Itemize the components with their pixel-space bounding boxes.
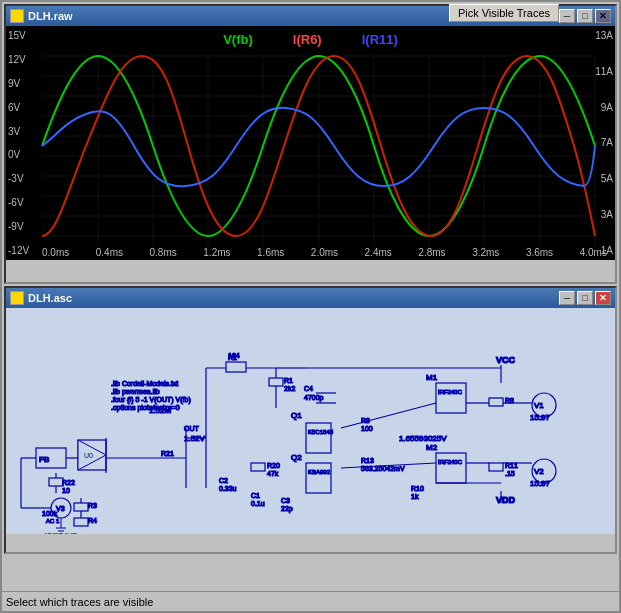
trace-ir6 bbox=[42, 56, 595, 236]
x-axis-labels: 0.0ms 0.4ms 0.8ms 1.2ms 1.6ms 2.0ms 2.4m… bbox=[6, 247, 615, 258]
svg-text:R1: R1 bbox=[284, 377, 293, 384]
svg-rect-39 bbox=[226, 362, 246, 372]
svg-text:100: 100 bbox=[361, 425, 373, 432]
trace-labels: V(fb) I(R6) I(R11) bbox=[223, 32, 398, 47]
svg-rect-56 bbox=[251, 463, 265, 471]
schematic-area[interactable]: FB U0 R22 10 V3 AC 1 R3 bbox=[6, 308, 615, 534]
svg-text:.15: .15 bbox=[505, 470, 515, 477]
svg-text:4700p: 4700p bbox=[304, 394, 324, 402]
svg-rect-70 bbox=[436, 453, 466, 483]
status-bar: Select which traces are visible bbox=[2, 591, 619, 611]
svg-text:M2: M2 bbox=[426, 443, 438, 452]
trace-label-vfb: V(fb) bbox=[223, 32, 253, 47]
trace-vfb bbox=[42, 56, 595, 236]
svg-rect-77 bbox=[489, 398, 503, 406]
svg-rect-34 bbox=[74, 518, 88, 526]
svg-text:47k: 47k bbox=[267, 470, 279, 477]
schematic-minimize-button[interactable]: ─ bbox=[559, 291, 575, 305]
svg-text:15.97: 15.97 bbox=[530, 413, 551, 422]
svg-text:15.97: 15.97 bbox=[530, 479, 551, 488]
trace-label-ir6: I(R6) bbox=[293, 32, 322, 47]
schematic-title-bar: DLH.asc ─ □ ✕ bbox=[6, 288, 615, 308]
svg-text:.lib pwermea.lib: .lib pwermea.lib bbox=[111, 388, 160, 396]
svg-rect-67 bbox=[436, 383, 466, 413]
svg-text:K5C1845: K5C1845 bbox=[308, 429, 334, 435]
pick-traces-button[interactable]: Pick Visible Traces bbox=[449, 4, 559, 22]
schematic-svg: FB U0 R22 10 V3 AC 1 R3 bbox=[6, 308, 615, 534]
schematic-close-button[interactable]: ✕ bbox=[595, 291, 611, 305]
svg-text:V3: V3 bbox=[56, 505, 65, 512]
svg-text:100k: 100k bbox=[42, 510, 58, 517]
svg-text:C1: C1 bbox=[251, 492, 260, 499]
svg-text:M1: M1 bbox=[426, 373, 438, 382]
svg-text:.four {f} 5 -1 V(OUT) V(fb): .four {f} 5 -1 V(OUT) V(fb) bbox=[111, 396, 191, 404]
svg-text:0.33u: 0.33u bbox=[219, 485, 237, 492]
trace-ir11 bbox=[42, 108, 595, 186]
svg-text:C4: C4 bbox=[304, 385, 313, 392]
svg-text:22p: 22p bbox=[281, 505, 293, 513]
svg-text:2k2: 2k2 bbox=[284, 385, 295, 392]
schematic-maximize-button[interactable]: □ bbox=[577, 291, 593, 305]
svg-text:0.1u: 0.1u bbox=[251, 500, 265, 507]
svg-rect-25 bbox=[49, 478, 63, 486]
svg-text:R22: R22 bbox=[62, 479, 75, 486]
plot-minimize-button[interactable]: ─ bbox=[559, 9, 575, 23]
svg-text:R4: R4 bbox=[88, 517, 97, 524]
svg-text:V2: V2 bbox=[534, 467, 544, 476]
svg-text:.lib Cordell-Models.txt: .lib Cordell-Models.txt bbox=[111, 380, 178, 387]
svg-text:R20: R20 bbox=[267, 462, 280, 469]
plot-area[interactable]: V(fb) I(R6) I(R11) 15V 12V 9V 6V 3V 0V -… bbox=[6, 26, 615, 260]
status-text: Select which traces are visible bbox=[6, 596, 153, 608]
svg-text:R21: R21 bbox=[161, 450, 174, 457]
schematic-window: DLH.asc ─ □ ✕ FB U0 bbox=[4, 286, 617, 554]
svg-text:1.52M: 1.52M bbox=[149, 406, 172, 415]
svg-text:C2: C2 bbox=[219, 477, 228, 484]
svg-text:Q1: Q1 bbox=[291, 411, 302, 420]
svg-line-103 bbox=[341, 403, 436, 428]
svg-text:R10: R10 bbox=[411, 485, 424, 492]
plot-window: DLH.raw ─ □ ✕ V(fb) I(R6) I(R11) 15V 12V… bbox=[4, 4, 617, 284]
svg-text:VDD: VDD bbox=[496, 495, 516, 505]
svg-text:R13: R13 bbox=[361, 457, 374, 464]
svg-text:U0: U0 bbox=[84, 452, 93, 459]
schematic-title: DLH.asc bbox=[10, 291, 72, 305]
svg-text:C3: C3 bbox=[281, 497, 290, 504]
svg-text:Q2: Q2 bbox=[291, 453, 302, 462]
trace-label-ir11: I(R11) bbox=[362, 32, 398, 47]
svg-rect-79 bbox=[489, 463, 503, 471]
svg-text:164: 164 bbox=[228, 352, 240, 359]
svg-rect-43 bbox=[269, 378, 283, 386]
svg-text:R3: R3 bbox=[88, 502, 97, 509]
waveform-svg bbox=[6, 46, 615, 256]
svg-text:IRF240C: IRF240C bbox=[438, 389, 463, 395]
svg-rect-53 bbox=[306, 463, 331, 493]
plot-window-buttons: ─ □ ✕ bbox=[559, 9, 611, 23]
svg-text:IRF240C: IRF240C bbox=[438, 459, 463, 465]
plot-icon bbox=[10, 9, 24, 23]
schematic-window-buttons: ─ □ ✕ bbox=[559, 291, 611, 305]
svg-text:VCC: VCC bbox=[496, 355, 516, 365]
svg-text:FB: FB bbox=[39, 455, 49, 464]
plot-close-button[interactable]: ✕ bbox=[595, 9, 611, 23]
schematic-icon bbox=[10, 291, 24, 305]
svg-text:V1: V1 bbox=[534, 401, 544, 410]
svg-rect-50 bbox=[306, 423, 331, 453]
plot-maximize-button[interactable]: □ bbox=[577, 9, 593, 23]
main-window: Pick Visible Traces DLH.raw ─ □ ✕ V(fb) … bbox=[0, 0, 621, 613]
svg-text:10: 10 bbox=[62, 487, 70, 494]
svg-text:AC 1: AC 1 bbox=[46, 518, 60, 524]
plot-title: DLH.raw bbox=[10, 9, 73, 23]
svg-text:KSA992: KSA992 bbox=[308, 469, 331, 475]
svg-text:1.65593025V: 1.65593025V bbox=[399, 434, 447, 443]
svg-text:1k: 1k bbox=[411, 493, 419, 500]
svg-rect-32 bbox=[74, 503, 88, 511]
